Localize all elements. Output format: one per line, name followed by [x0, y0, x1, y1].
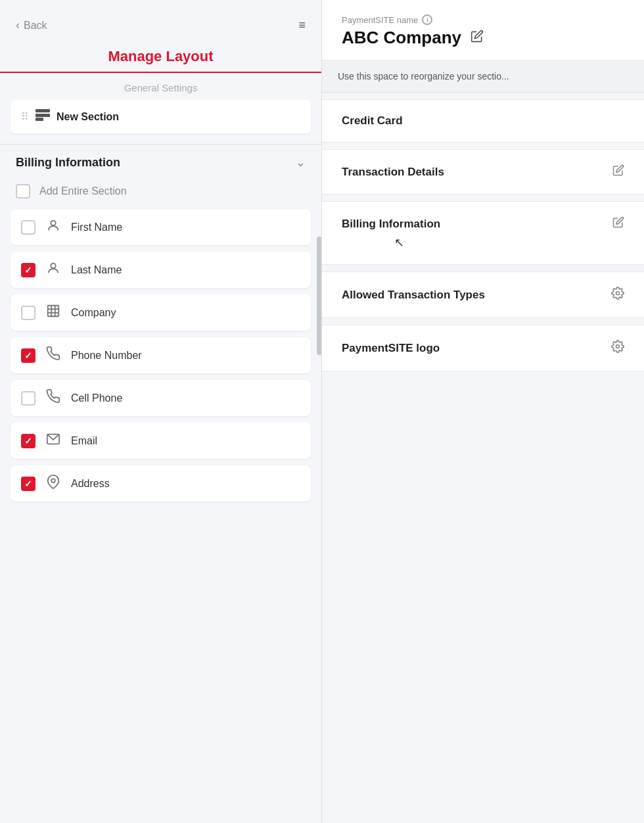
right-section-title-paymentsite-logo: PaymentSITE logo: [342, 342, 440, 355]
right-section-title-billing-information: Billing Information: [342, 218, 440, 231]
drag-handle-icon: ⠿: [21, 110, 29, 123]
right-section-title-allowed-transaction-types: Allowed Transaction Types: [342, 289, 485, 302]
payment-site-label-text: PaymentSITE name: [342, 15, 418, 25]
field-row-company: Company: [11, 294, 311, 331]
svg-point-11: [51, 479, 55, 482]
field-label-phone-number: Phone Number: [71, 350, 142, 362]
svg-point-13: [616, 345, 620, 348]
right-header: PaymentSITE name i ABC Company: [322, 0, 644, 60]
edit-icon-billing-information[interactable]: [612, 216, 624, 231]
general-settings-label: General Settings: [0, 73, 321, 100]
phone-icon: [45, 346, 62, 364]
field-label-company: Company: [71, 307, 116, 319]
right-section-title-transaction-details: Transaction Details: [342, 166, 444, 179]
scrollbar[interactable]: [317, 237, 322, 355]
checkbox-email[interactable]: [21, 434, 35, 448]
fields-container: First NameLast NameCompanyPhone NumberCe…: [0, 209, 321, 508]
left-panel: ‹ Back ≡ Manage Layout General Settings …: [0, 0, 322, 823]
right-sections-container: Credit CardTransaction DetailsBilling In…: [322, 93, 644, 378]
field-row-last-name: Last Name: [11, 252, 311, 288]
checkbox-cell-phone[interactable]: [21, 391, 35, 406]
right-section-card-credit-card: Credit Card: [322, 99, 644, 143]
svg-point-4: [51, 264, 55, 268]
back-label: Back: [24, 20, 47, 32]
svg-rect-2: [35, 118, 43, 121]
building-icon: [45, 304, 62, 321]
right-section-row-paymentsite-logo: PaymentSITE logo: [342, 340, 624, 356]
company-name: ABC Company: [342, 28, 461, 48]
checkbox-first-name[interactable]: [21, 220, 35, 235]
section-icon: [35, 109, 50, 124]
checkbox-last-name[interactable]: [21, 263, 35, 277]
top-bar: ‹ Back ≡: [0, 0, 321, 43]
cursor-indicator: ↖: [342, 231, 624, 250]
company-name-row: ABC Company: [342, 28, 624, 48]
chevron-down-icon[interactable]: ⌄: [296, 155, 306, 170]
right-section-card-transaction-details: Transaction Details: [322, 149, 644, 195]
field-label-address: Address: [71, 478, 110, 490]
billing-header: Billing Information ⌄: [0, 145, 321, 177]
field-label-cell-phone: Cell Phone: [71, 392, 122, 404]
add-entire-section-checkbox[interactable]: [16, 184, 30, 199]
svg-point-12: [616, 292, 620, 295]
svg-rect-1: [35, 114, 50, 117]
email-icon: [45, 432, 62, 450]
chevron-left-icon: ‹: [16, 18, 20, 32]
add-entire-section-label: Add Entire Section: [39, 185, 127, 197]
right-section-title-credit-card: Credit Card: [342, 114, 403, 128]
svg-rect-5: [48, 306, 59, 317]
menu-icon[interactable]: ≡: [298, 18, 306, 32]
right-section-row-allowed-transaction-types: Allowed Transaction Types: [342, 287, 624, 303]
field-row-first-name: First Name: [11, 209, 311, 245]
field-row-cell-phone: Cell Phone: [11, 380, 311, 416]
payment-site-label-row: PaymentSITE name i: [342, 14, 624, 25]
right-section-row-credit-card: Credit Card: [342, 114, 624, 128]
svg-rect-0: [35, 109, 50, 112]
field-label-first-name: First Name: [71, 222, 122, 233]
svg-point-3: [51, 221, 55, 225]
manage-layout-title: Manage Layout: [0, 43, 321, 65]
right-section-card-paymentsite-logo: PaymentSITE logo: [322, 325, 644, 371]
billing-section-title: Billing Information: [16, 156, 120, 170]
person-icon: [45, 261, 62, 279]
new-section-label: New Section: [57, 111, 119, 123]
field-row-address: Address: [11, 465, 311, 502]
company-edit-icon[interactable]: [471, 30, 484, 46]
add-entire-section-row: Add Entire Section: [0, 177, 321, 209]
person-icon: [45, 218, 62, 236]
field-label-last-name: Last Name: [71, 264, 122, 276]
checkbox-company[interactable]: [21, 306, 35, 320]
field-row-email: Email: [11, 423, 311, 459]
location-icon: [45, 475, 62, 492]
back-button[interactable]: ‹ Back: [16, 18, 47, 32]
gear-icon-paymentsite-logo[interactable]: [611, 340, 624, 356]
new-section-row: ⠿ New Section: [11, 100, 311, 133]
right-section-card-allowed-transaction-types: Allowed Transaction Types: [322, 271, 644, 318]
right-panel: PaymentSITE name i ABC Company Use this …: [322, 0, 644, 823]
phone-icon: [45, 389, 62, 407]
edit-icon-transaction-details[interactable]: [612, 164, 624, 179]
gear-icon-allowed-transaction-types[interactable]: [611, 287, 624, 303]
field-row-phone-number: Phone Number: [11, 337, 311, 373]
info-banner: Use this space to reorganize your sectio…: [322, 60, 644, 93]
right-section-row-transaction-details: Transaction Details: [342, 164, 624, 179]
right-section-row-billing-information: Billing Information: [342, 216, 624, 231]
right-section-card-billing-information: Billing Information↖: [322, 201, 644, 265]
checkbox-address[interactable]: [21, 477, 35, 491]
field-label-email: Email: [71, 435, 97, 447]
info-icon[interactable]: i: [422, 14, 432, 25]
checkbox-phone-number[interactable]: [21, 348, 35, 363]
